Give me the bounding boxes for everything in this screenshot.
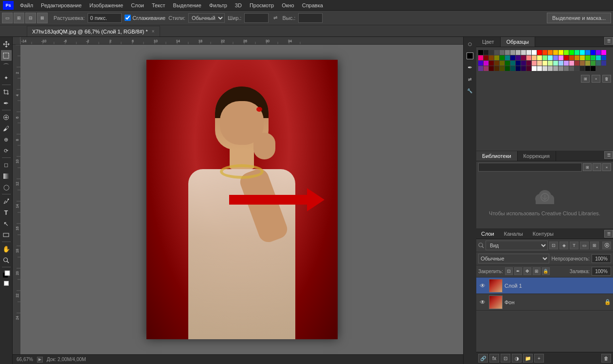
- layer-2-visibility[interactable]: 👁: [478, 298, 487, 307]
- lock-artboard-btn[interactable]: ⊞: [533, 267, 541, 275]
- swatch[interactable]: [505, 66, 510, 71]
- feather-input[interactable]: [88, 13, 122, 23]
- swatch[interactable]: [596, 50, 601, 55]
- quick-mask-mode[interactable]: [4, 281, 9, 286]
- swatch[interactable]: [500, 55, 505, 60]
- swap-icon[interactable]: ⇌: [271, 14, 279, 22]
- zoom-cycle-btn[interactable]: ▶: [37, 357, 43, 363]
- swatch[interactable]: [553, 66, 558, 71]
- menu-edit[interactable]: Редактирование: [37, 1, 85, 9]
- menu-window[interactable]: Окно: [278, 1, 298, 9]
- shape-tool[interactable]: [1, 229, 12, 240]
- lasso-tool[interactable]: ⌒: [1, 61, 12, 72]
- swatch[interactable]: [537, 66, 542, 71]
- swatch[interactable]: [494, 61, 499, 66]
- zoom-tool[interactable]: [1, 255, 12, 265]
- swatch[interactable]: [580, 61, 585, 66]
- swatch[interactable]: [510, 66, 515, 71]
- swatch[interactable]: [532, 61, 537, 66]
- expand-btn[interactable]: ⬡: [465, 39, 475, 50]
- lock-paint-btn[interactable]: ✒: [514, 267, 522, 275]
- canvas-content[interactable]: [20, 45, 463, 354]
- layer-icon-text[interactable]: T: [570, 242, 578, 249]
- swatch[interactable]: [553, 61, 558, 66]
- layer-icon-shape[interactable]: ▭: [580, 242, 589, 249]
- swatch[interactable]: [564, 50, 569, 55]
- swatch[interactable]: [553, 55, 558, 60]
- swatch[interactable]: [521, 66, 526, 71]
- swatch[interactable]: [510, 61, 515, 66]
- swatch[interactable]: [521, 55, 526, 60]
- swatch[interactable]: [484, 61, 488, 66]
- move-tool[interactable]: [1, 39, 12, 50]
- swatch[interactable]: [569, 61, 574, 66]
- swatch[interactable]: [575, 50, 579, 55]
- path-select-tool[interactable]: ↖: [1, 218, 12, 229]
- swatch[interactable]: [585, 66, 590, 71]
- layer-filter-toggle[interactable]: ⦿: [602, 242, 611, 249]
- swatch[interactable]: [591, 66, 595, 71]
- swatch[interactable]: [575, 61, 579, 66]
- swatch[interactable]: [500, 50, 505, 55]
- swatch[interactable]: [537, 55, 542, 60]
- menu-image[interactable]: Изображение: [86, 1, 126, 9]
- swatch[interactable]: [569, 50, 574, 55]
- quick-select-tool[interactable]: ✦: [1, 72, 12, 83]
- swatch[interactable]: [564, 61, 569, 66]
- swatch[interactable]: [478, 61, 483, 66]
- eyedropper-tool[interactable]: ✒: [1, 98, 12, 108]
- crop-tool[interactable]: [1, 87, 12, 97]
- add-group-btn[interactable]: 📁: [523, 354, 533, 363]
- add-mask-btn[interactable]: ⊡: [501, 354, 510, 363]
- grid-view-btn[interactable]: ⊞: [581, 75, 590, 83]
- swatch[interactable]: [484, 50, 488, 55]
- blur-tool[interactable]: ◯: [1, 182, 12, 192]
- color-panel-menu[interactable]: ☰: [604, 37, 613, 45]
- swatch[interactable]: [542, 50, 547, 55]
- delete-swatch-btn[interactable]: 🗑: [602, 75, 611, 83]
- menu-filter[interactable]: Фильтр: [206, 1, 231, 9]
- layers-panel-menu[interactable]: ☰: [604, 230, 613, 238]
- swatch[interactable]: [516, 66, 521, 71]
- swatch[interactable]: [526, 50, 531, 55]
- swatch[interactable]: [505, 55, 510, 60]
- gradient-tool[interactable]: [1, 171, 12, 181]
- swatch[interactable]: [526, 66, 531, 71]
- swatch[interactable]: [484, 66, 488, 71]
- swatch[interactable]: [516, 50, 521, 55]
- swatch[interactable]: [484, 55, 488, 60]
- swatch[interactable]: [542, 55, 547, 60]
- swatch[interactable]: [591, 55, 595, 60]
- eraser-tool[interactable]: ◻: [1, 159, 12, 170]
- add-style-btn[interactable]: fx: [489, 354, 499, 363]
- swatch[interactable]: [548, 61, 553, 66]
- menu-select[interactable]: Выделение: [170, 1, 205, 9]
- lib-add-btn[interactable]: +: [593, 163, 601, 171]
- lib-grid-view[interactable]: ⊞: [583, 163, 592, 171]
- lib-delete-btn[interactable]: ×: [602, 163, 611, 171]
- clone-tool[interactable]: ⊕: [1, 134, 12, 145]
- intersect-selection-btn[interactable]: ⊠: [37, 13, 48, 23]
- swatch[interactable]: [601, 55, 606, 60]
- swatch[interactable]: [542, 61, 547, 66]
- add-adjustment-btn[interactable]: ◑: [512, 354, 522, 363]
- brush-tool[interactable]: 🖌: [1, 123, 12, 134]
- delete-layer-btn[interactable]: 🗑: [601, 354, 611, 363]
- swatch[interactable]: [532, 55, 537, 60]
- swatch[interactable]: [494, 55, 499, 60]
- width-input[interactable]: [244, 13, 269, 23]
- swatch[interactable]: [559, 66, 563, 71]
- swatch[interactable]: [548, 55, 553, 60]
- swatch[interactable]: [601, 61, 606, 66]
- layer-1-visibility[interactable]: 👁: [478, 281, 487, 290]
- lock-transparent-btn[interactable]: ⊡: [505, 267, 513, 275]
- swatch[interactable]: [585, 61, 590, 66]
- link-layers-btn[interactable]: 🔗: [478, 354, 488, 363]
- swatch[interactable]: [601, 50, 606, 55]
- subtract-selection-btn[interactable]: ⊟: [25, 13, 36, 23]
- right-tool-3[interactable]: ⇌: [465, 74, 475, 85]
- lib-search-input[interactable]: [478, 163, 582, 172]
- swatch[interactable]: [559, 55, 563, 60]
- history-brush-tool[interactable]: ⟳: [1, 145, 12, 156]
- swatch[interactable]: [569, 55, 574, 60]
